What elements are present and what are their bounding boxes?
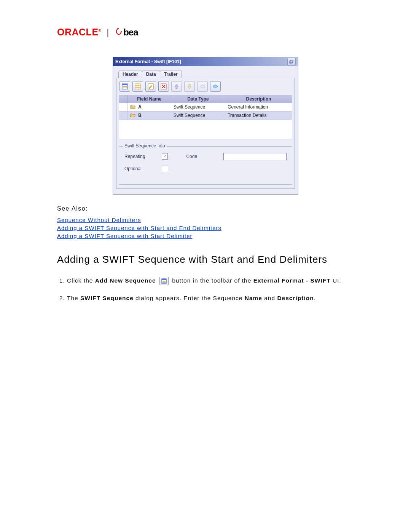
tab-trailer[interactable]: Trailer xyxy=(160,70,182,78)
svg-rect-8 xyxy=(135,84,140,89)
step-text: button in the toolbar of the xyxy=(172,277,253,284)
svg-rect-19 xyxy=(162,281,166,281)
field-description: Transaction Details xyxy=(225,111,292,120)
step-text: UI. xyxy=(331,277,341,284)
svg-point-1 xyxy=(121,31,122,32)
arrow-right-icon xyxy=(212,84,218,89)
svg-point-0 xyxy=(117,28,118,29)
delete-button[interactable] xyxy=(158,81,169,92)
move-right-button[interactable] xyxy=(210,81,221,92)
tab-strip: Header Data Trailer xyxy=(118,70,295,78)
field-data-type: Swift Sequence xyxy=(171,103,225,112)
step-bold: Description xyxy=(277,295,314,301)
svg-rect-6 xyxy=(123,86,127,87)
window-body: Header Data Trailer xyxy=(113,66,298,194)
optional-checkbox[interactable] xyxy=(162,166,168,172)
step-2: The SWIFT Sequence dialog appears. Enter… xyxy=(67,294,354,303)
tab-header[interactable]: Header xyxy=(118,70,142,78)
oracle-logo: ORACLE® xyxy=(57,27,101,38)
link-sequence-without-delimiters[interactable]: Sequence Without Delimiters xyxy=(57,217,354,223)
logo-row: ORACLE® | bea xyxy=(57,27,354,38)
bea-logo: bea xyxy=(114,27,138,38)
table-row[interactable]: B Swift Sequence Transaction Details xyxy=(119,111,292,120)
logo-separator: | xyxy=(107,27,109,37)
step-bold: Add New Sequence xyxy=(95,277,156,284)
external-format-window: External Format - Swift [IF101] Header D… xyxy=(113,57,298,195)
add-field-button[interactable] xyxy=(132,81,143,92)
data-panel: Field Name Data Type Description xyxy=(116,78,295,189)
svg-rect-18 xyxy=(162,278,166,280)
bea-swirl-icon xyxy=(114,28,123,38)
add-sequence-button[interactable] xyxy=(119,81,130,92)
fields-table: Field Name Data Type Description xyxy=(119,95,292,139)
folder-icon xyxy=(130,105,135,110)
tab-data[interactable]: Data xyxy=(142,70,160,78)
svg-rect-5 xyxy=(122,84,127,85)
step-text: dialog appears. Enter the Sequence xyxy=(134,295,245,301)
edit-button[interactable] xyxy=(145,81,156,92)
step-bold: External Format - SWIFT xyxy=(253,277,331,284)
step-bold: SWIFT Sequence xyxy=(80,295,134,301)
move-left-button[interactable] xyxy=(197,81,208,92)
section-title: Adding a SWIFT Sequence with Start and E… xyxy=(57,254,354,265)
field-description: General Information xyxy=(225,103,292,112)
toolbar xyxy=(119,80,292,95)
code-input[interactable] xyxy=(223,153,287,160)
swift-sequence-info: Swift Sequence Info Repeating ✓ Code Opt… xyxy=(119,146,292,185)
window-restore-button[interactable] xyxy=(287,58,296,66)
move-up-button[interactable] xyxy=(171,81,182,92)
link-start-end-delimiters[interactable]: Adding a SWIFT Sequence with Start and E… xyxy=(57,225,354,231)
table-row[interactable]: A Swift Sequence General Information xyxy=(119,103,292,112)
repeating-label: Repeating xyxy=(124,154,151,159)
col-blank xyxy=(119,95,128,103)
folder-open-icon xyxy=(130,113,135,118)
step-text: and xyxy=(262,295,277,301)
col-data-type: Data Type xyxy=(171,95,225,103)
arrow-down-icon xyxy=(187,83,192,89)
grid-icon xyxy=(135,83,141,89)
col-description: Description xyxy=(225,95,292,103)
window-titlebar: External Format - Swift [IF101] xyxy=(113,57,298,66)
new-sequence-icon xyxy=(122,83,128,89)
svg-rect-20 xyxy=(162,282,166,282)
svg-rect-2 xyxy=(290,61,292,63)
arrow-left-icon xyxy=(199,84,206,89)
restore-icon xyxy=(289,60,294,64)
svg-rect-7 xyxy=(123,88,127,88)
repeating-checkbox[interactable]: ✓ xyxy=(162,153,168,160)
step-bold: Name xyxy=(245,295,262,301)
see-also-heading: See Also: xyxy=(57,205,354,212)
window-title: External Format - Swift [IF101] xyxy=(115,59,181,64)
step-1: Click the Add New Sequence button in the… xyxy=(67,276,354,286)
page: ORACLE® | bea External Format - Swift [I… xyxy=(0,0,411,532)
step-text: Click the xyxy=(67,277,95,284)
arrow-up-icon xyxy=(174,83,179,89)
col-field-name: Field Name xyxy=(128,95,171,103)
code-label: Code xyxy=(186,154,213,159)
inline-add-sequence-icon xyxy=(159,277,169,285)
move-down-button[interactable] xyxy=(184,81,195,92)
field-data-type: Swift Sequence xyxy=(171,111,225,120)
optional-label: Optional xyxy=(124,166,151,171)
step-text: . xyxy=(314,295,316,301)
field-name: A xyxy=(138,104,142,110)
fieldset-legend: Swift Sequence Info xyxy=(123,143,167,149)
svg-rect-3 xyxy=(290,60,293,62)
table-filler xyxy=(119,120,292,139)
step-text: The xyxy=(67,295,80,301)
edit-icon xyxy=(148,83,154,89)
see-also-links: Sequence Without Delimiters Adding a SWI… xyxy=(57,217,354,239)
delete-icon xyxy=(161,83,167,89)
table-header-row: Field Name Data Type Description xyxy=(119,95,292,103)
field-name: B xyxy=(138,113,142,118)
link-start-delimiter[interactable]: Adding a SWIFT Sequence with Start Delim… xyxy=(57,233,354,239)
steps-list: Click the Add New Sequence button in the… xyxy=(57,276,354,304)
